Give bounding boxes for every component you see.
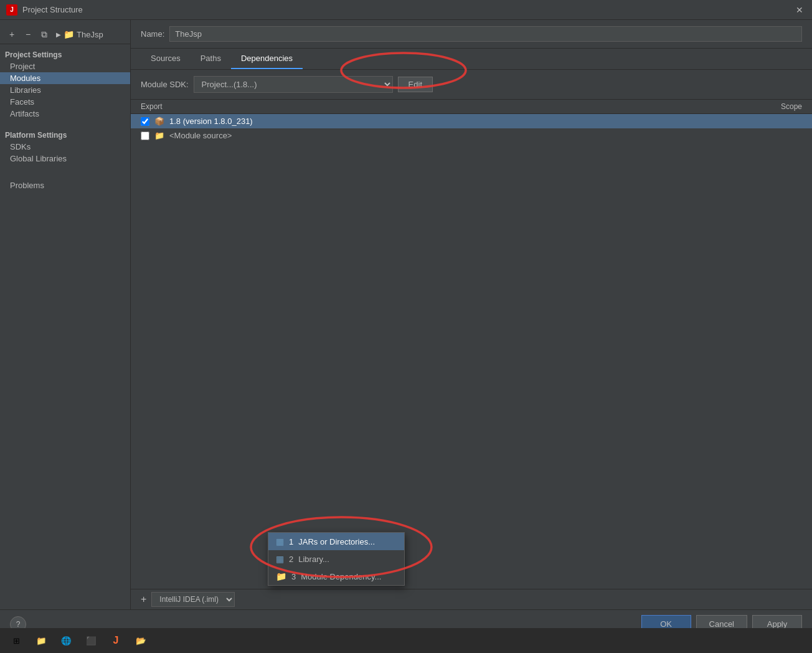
project-settings-header: Project Settings [0,47,130,60]
dep-checkbox-2[interactable] [141,131,149,140]
col-scope: Scope [752,102,802,111]
window-title: Project Structure [22,5,788,14]
add-module-button[interactable]: + [5,27,19,41]
content-panel: Name: Sources Paths Dependencies Module … [131,20,812,609]
sdk-dep-icon: 📦 [154,117,164,126]
tabs-row: Sources Paths Dependencies [131,49,812,70]
library-icon: ▦ [276,554,284,564]
sidebar-item-facets[interactable]: Facets [0,96,130,108]
title-bar: J Project Structure ✕ [0,0,812,20]
module-name: TheJsp [77,30,103,39]
taskbar-file-manager[interactable]: 📁 [30,631,52,651]
name-input[interactable] [169,26,802,42]
app-icon: J [6,4,17,16]
name-label: Name: [141,29,164,39]
dialog-body: + − ⧉ ▶ 📁 TheJsp Project Settings Projec… [0,20,812,609]
dependencies-table: Export Scope 📦 1.8 (version 1.8.0_231) 📁… [131,100,812,589]
col-export: Export [141,102,752,111]
name-row: Name: [131,20,812,49]
edit-sdk-button[interactable]: Edit [398,77,433,92]
table-row[interactable]: 📁 <Module source> [131,128,812,143]
taskbar-explorer[interactable]: 📂 [130,631,152,651]
platform-settings-header: Platform Settings [0,127,130,141]
dropdown-item-number-2: 2 [289,555,293,564]
dep-name-2: <Module source> [169,131,747,140]
sidebar-item-libraries[interactable]: Libraries [0,84,130,96]
table-header: Export Scope [131,100,812,114]
taskbar-start[interactable]: ⊞ [5,631,27,651]
sidebar-item-artifacts[interactable]: Artifacts [0,108,130,120]
sidebar: + − ⧉ ▶ 📁 TheJsp Project Settings Projec… [0,20,131,609]
module-source-icon: 📁 [154,131,164,140]
copy-module-button[interactable]: ⧉ [37,27,51,41]
remove-module-button[interactable]: − [21,27,35,41]
dropdown-item-library[interactable]: ▦ 2 Library... [268,550,404,568]
close-button[interactable]: ✕ [793,4,806,16]
sdk-select[interactable]: Project...(1.8...) [194,76,393,93]
sidebar-toolbar: + − ⧉ ▶ 📁 TheJsp [0,25,130,44]
dropdown-item-jars[interactable]: ▦ 1 JARs or Directories... [268,533,404,550]
module-sdk-label: Module SDK: [141,80,189,89]
module-sdk-row: Module SDK: Project...(1.8...) Edit [131,70,812,100]
sidebar-item-project[interactable]: Project [0,60,130,72]
sidebar-item-modules[interactable]: Modules [0,72,130,84]
add-dependency-dropdown: ▦ 1 JARs or Directories... ▦ 2 Library..… [268,532,405,586]
dropdown-item-label-3: Module Dependency... [301,572,381,581]
dropdown-item-number-3: 3 [291,572,296,581]
taskbar-terminal[interactable]: ⬛ [80,631,102,651]
dropdown-item-number-1: 1 [289,537,293,546]
sidebar-item-problems[interactable]: Problems [0,179,130,191]
jars-icon: ▦ [276,536,284,546]
module-type-select[interactable]: IntelliJ IDEA (.iml) [151,592,235,607]
taskbar-browser[interactable]: 🌐 [55,631,77,651]
folder-icon: 📁 [64,29,74,39]
dropdown-item-label-2: Library... [298,555,329,564]
tab-paths[interactable]: Paths [191,49,231,69]
taskbar-intellij[interactable]: J [105,631,127,651]
annotation-row: + IntelliJ IDEA (.iml) [131,589,812,609]
chevron-right-icon: ▶ [56,31,61,38]
dep-checkbox-1[interactable] [141,117,149,126]
add-dep-button[interactable]: + [141,594,146,605]
sidebar-item-sdks[interactable]: SDKs [0,141,130,153]
module-dep-icon: 📁 [276,571,286,581]
table-row[interactable]: 📦 1.8 (version 1.8.0_231) [131,114,812,128]
dropdown-item-label-1: JARs or Directories... [298,537,375,546]
project-structure-dialog: + − ⧉ ▶ 📁 TheJsp Project Settings Projec… [0,20,812,653]
dep-name-1: 1.8 (version 1.8.0_231) [169,117,747,126]
dropdown-item-module-dep[interactable]: 📁 3 Module Dependency... [268,568,404,585]
taskbar: ⊞ 📁 🌐 ⬛ J 📂 [0,628,812,653]
module-tree-item[interactable]: ▶ 📁 TheJsp [56,29,103,39]
tab-dependencies[interactable]: Dependencies [231,49,303,69]
tab-sources[interactable]: Sources [141,49,191,69]
sidebar-item-global-libraries[interactable]: Global Libraries [0,153,130,164]
